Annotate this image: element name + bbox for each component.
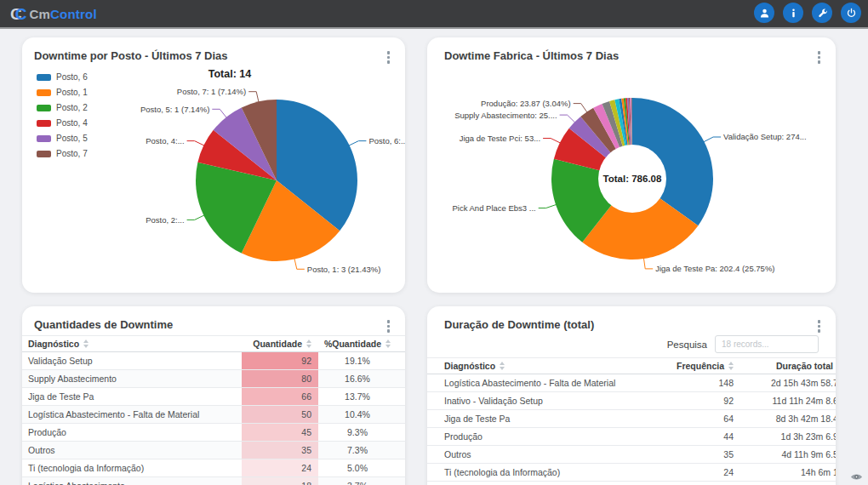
slice-label: Posto, 7: 1 (7.14%): [177, 87, 246, 96]
card-duracao-downtime: Duração de Downtime (total) Pesquisa Dia…: [427, 306, 836, 485]
search-label: Pesquisa: [667, 340, 707, 350]
diagnostico-cell: Logística Abastecimento - Falta de Mater…: [444, 374, 652, 391]
frequencia-cell: 64: [652, 410, 734, 427]
diagnostico-cell: Outros: [28, 442, 242, 459]
card-quantidades-downtime: Quantidades de Downtime DiagnósticoQuant…: [22, 306, 405, 485]
table-row: Validação Setup9219.1%: [22, 352, 405, 370]
callout-line: [187, 215, 205, 220]
slice-label: Produção: 23.87 (3.04%): [481, 99, 571, 108]
table-body: Logística Abastecimento - Falta de Mater…: [427, 374, 836, 482]
search-input[interactable]: [715, 335, 819, 353]
slice-label: Posto, 5: 1 (7.14%): [140, 105, 209, 114]
callout-line: [248, 92, 259, 103]
card-title: Quantidades de Downtime: [34, 318, 405, 331]
duracao-cell: 4d 11h 9m 6.5s: [734, 446, 836, 463]
card-menu-button[interactable]: [385, 317, 393, 335]
column-header-label: Diagnóstico: [28, 339, 79, 349]
kebab-icon: [818, 320, 821, 333]
top-navbar: CC CmControl: [0, 0, 868, 29]
eye-icon[interactable]: [850, 471, 863, 484]
kebab-icon: [387, 320, 391, 333]
slice-label: Posto, 1: 3 (21.43%): [307, 265, 381, 274]
card-downtime-por-posto: Downtime por Posto - Últimos 7 Dias Tota…: [22, 37, 405, 293]
slice-label: Posto, 6:...: [368, 136, 405, 146]
sort-icon: [500, 362, 505, 370]
user-icon: [759, 8, 770, 19]
table-row: Jiga de Teste Pa648d 3h 42m 18.4s: [427, 410, 836, 428]
percent-cell: 19.1%: [318, 352, 397, 369]
quantidade-cell: 35: [242, 442, 318, 459]
table-row: Jiga de Teste Pa6613.7%: [22, 388, 405, 406]
duracao-cell: 8d 3h 42m 18.4s: [734, 410, 836, 427]
quantidade-cell: 66: [242, 388, 318, 405]
column-header[interactable]: %Quantidade: [318, 336, 397, 351]
quantidade-cell: 45: [242, 424, 318, 441]
card-menu-button[interactable]: [815, 317, 824, 335]
frequencia-cell: 92: [652, 392, 734, 409]
search-row: Pesquisa: [427, 335, 819, 353]
slice-label: Posto, 2:...: [146, 215, 184, 225]
percent-cell: 9.3%: [318, 424, 397, 441]
column-header[interactable]: Frequência: [652, 358, 734, 374]
slice-label: Validação Setup: 274...: [723, 132, 807, 141]
table-row: Logística Abastecimento183.7%: [22, 477, 405, 485]
wrench-button[interactable]: [812, 3, 832, 23]
navbar-actions: [754, 3, 861, 23]
table-header-row: DiagnósticoFrequênciaDuração total: [427, 357, 836, 374]
callout-line: [294, 259, 305, 270]
callout-line: [212, 109, 226, 117]
percent-cell: 13.7%: [318, 388, 397, 405]
callout-line: [704, 137, 722, 142]
diagnostico-cell: Validação Setup: [28, 352, 242, 369]
table-row: Ti (tecnologia da Informação)2414h 6m 1s: [427, 464, 836, 482]
quantidade-cell: 24: [242, 459, 318, 476]
pie-chart-postos: Posto, 6:...Posto, 1: 3 (21.43%)Posto, 2…: [22, 37, 405, 293]
column-header[interactable]: Quantidade: [242, 336, 318, 351]
table-row: Supply Abastecimento8016.6%: [22, 370, 405, 388]
frequencia-cell: 44: [652, 428, 734, 445]
diagnostico-cell: Logística Abastecimento: [28, 477, 242, 485]
frequencia-cell: 24: [652, 464, 734, 481]
column-header[interactable]: Diagnóstico: [28, 336, 242, 351]
table-row: Logística Abastecimento - Falta de Mater…: [427, 374, 836, 392]
table-body: Validação Setup9219.1%Supply Abastecimen…: [22, 352, 405, 485]
frequencia-cell: 35: [652, 446, 734, 463]
frequencia-cell: 148: [652, 374, 734, 391]
slice-label: Pick And Place Ebs3 ...: [452, 203, 535, 213]
slice-label: Jiga de Teste Pci: 53...: [460, 134, 540, 143]
diagnostico-cell: Logística Abastecimento - Falta de Mater…: [28, 406, 242, 423]
dashboard-grid: Downtime por Posto - Últimos 7 Dias Tota…: [22, 37, 836, 485]
column-header[interactable]: Duração total: [734, 358, 836, 374]
table-header-row: DiagnósticoQuantidade%Quantidade: [22, 335, 405, 352]
column-header-label: Frequência: [677, 361, 724, 371]
callout-line: [560, 115, 575, 123]
diagnostico-cell: Supply Abastecimento: [28, 370, 242, 387]
power-button[interactable]: [841, 3, 861, 23]
duracao-cell: 1d 3h 23m 6.9s: [734, 428, 836, 445]
column-header[interactable]: Diagnóstico: [444, 358, 652, 374]
percent-cell: 3.7%: [318, 477, 397, 485]
sort-icon: [306, 340, 311, 348]
brand-logo[interactable]: CC CmControl: [10, 6, 97, 22]
slice-label: Jiga de Teste Pa: 202.4 (25.75%): [655, 264, 774, 273]
callout-line: [543, 139, 561, 144]
percent-cell: 7.3%: [318, 442, 397, 459]
diagnostico-cell: Produção: [28, 424, 242, 441]
user-button[interactable]: [754, 3, 774, 23]
info-button[interactable]: [783, 3, 803, 23]
diagnostico-cell: Ti (tecnologia da Informação): [28, 459, 242, 476]
diagnostico-cell: Jiga de Teste Pa: [28, 388, 242, 405]
callout-line: [539, 204, 557, 208]
table-row: Produção459.3%: [22, 424, 405, 442]
duracao-cell: 2d 15h 43m 58.7s: [734, 374, 836, 391]
table-row: Outros354d 11h 9m 6.5s: [427, 446, 836, 464]
diagnostico-cell: Outros: [444, 446, 652, 463]
donut-chart-fabrica: Validação Setup: 274...Jiga de Teste Pa:…: [427, 37, 836, 293]
table-row: Produção441d 3h 23m 6.9s: [427, 428, 836, 446]
diagnostico-cell: Inativo - Validação Setup: [444, 392, 652, 409]
callout-line: [643, 258, 653, 269]
quantidade-cell: 18: [242, 477, 318, 485]
callout-line: [574, 104, 587, 113]
card-dowtime-fabrica: Dowtime Fabrica - Últimos 7 Dias Validaç…: [427, 37, 836, 293]
donut-total-label: Total: 786.08: [603, 174, 662, 184]
